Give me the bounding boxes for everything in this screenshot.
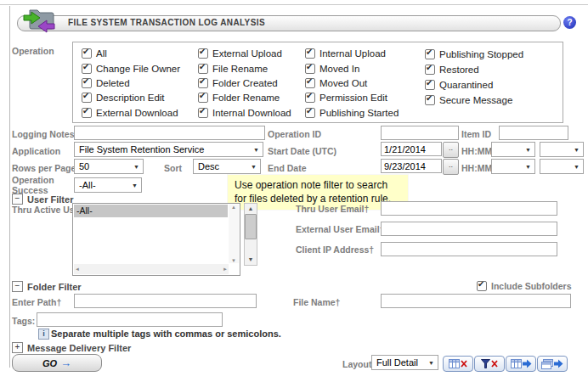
checkbox-quarantined[interactable]: Quarantined <box>425 79 552 90</box>
checkbox-folder-created[interactable]: Folder Created <box>198 78 305 88</box>
end-hour-select[interactable]: ▼ <box>491 159 535 174</box>
checkbox-file-rename[interactable]: File Rename <box>198 63 305 73</box>
checkbox-external-download[interactable]: External Download <box>82 108 198 118</box>
chevron-down-icon: ▼ <box>525 147 531 153</box>
top-divider <box>0 4 588 5</box>
listbox-item-all[interactable]: -All- <box>74 205 228 217</box>
checkbox-change-file-owner[interactable]: Change File Owner <box>82 63 198 73</box>
checkbox-publishing-started[interactable]: Publishing Started <box>305 108 425 118</box>
export-button[interactable] <box>506 356 536 372</box>
start-hhmm-label: HH:MM <box>461 146 492 156</box>
clear-filter-button[interactable] <box>474 356 505 372</box>
rows-per-page-select[interactable]: 50▼ <box>74 159 144 174</box>
checkbox-all[interactable]: All <box>82 48 198 59</box>
operation-column-3: Internal Upload Moved In Moved Out Permi… <box>305 48 425 122</box>
enter-path-input[interactable] <box>74 294 257 308</box>
checkbox-permission-edit[interactable]: Permission Edit <box>305 93 425 103</box>
collapse-icon[interactable]: − <box>12 281 23 292</box>
logging-notes-label: Logging Notes† <box>12 129 79 139</box>
thru-active-user-listbox-wrap: -All- ▲ ▼ ◄ ► ▲ ▼ <box>72 203 259 276</box>
sort-label: Sort <box>164 163 182 173</box>
checked-checkbox-icon <box>82 64 92 74</box>
left-divider <box>9 6 10 368</box>
start-date-label: Start Date (UTC) <box>268 146 336 156</box>
checkbox-deleted[interactable]: Deleted <box>82 78 198 88</box>
scroll-right-icon[interactable]: ► <box>223 267 228 272</box>
listbox-horizontal-scrollbar[interactable]: ◄ ► <box>74 264 229 274</box>
start-date-picker-button[interactable]: .. <box>443 142 459 158</box>
checkbox-description-edit[interactable]: Description Edit <box>82 93 198 103</box>
chevron-down-icon: ▼ <box>574 164 580 170</box>
folder-filter-section-header: − Folder Filter <box>12 281 82 292</box>
include-subfolders-checkbox[interactable]: Include Subfolders <box>477 280 572 291</box>
checkbox-moved-in[interactable]: Moved In <box>305 63 425 73</box>
external-user-email-input[interactable] <box>381 222 557 236</box>
checkbox-internal-upload[interactable]: Internal Upload <box>305 48 425 59</box>
start-date-input[interactable] <box>381 142 442 156</box>
checked-checkbox-icon <box>425 95 435 105</box>
filter-funnel-icon <box>481 359 490 368</box>
checkbox-publishing-stopped[interactable]: Publishing Stopped <box>425 48 552 59</box>
thru-user-email-input[interactable] <box>381 201 557 216</box>
end-date-input[interactable] <box>381 159 442 173</box>
application-label: Application <box>12 146 60 156</box>
clear-layout-button[interactable] <box>443 356 473 372</box>
application-select[interactable]: File System Retention Service▼ <box>74 142 263 157</box>
checkbox-folder-rename[interactable]: Folder Rename <box>198 93 305 103</box>
scroll-down-icon[interactable]: ▼ <box>248 255 254 265</box>
client-ip-address-input[interactable] <box>381 242 557 256</box>
listbox-vertical-scrollbar[interactable]: ▲ ▼ <box>229 205 239 263</box>
outer-vertical-scrollbar[interactable]: ▲ ▼ <box>244 203 257 266</box>
blue-arrow-icon <box>554 359 563 368</box>
file-name-input[interactable] <box>381 294 571 308</box>
sort-select[interactable]: Desc▼ <box>193 159 261 174</box>
end-date-label: End Date <box>268 163 307 173</box>
layout-label: Layout <box>342 359 371 369</box>
checkbox-secure-message[interactable]: Secure Message <box>425 94 552 105</box>
operation-column-1: All Change File Owner Deleted Descriptio… <box>82 48 198 122</box>
checked-checkbox-icon <box>82 48 92 59</box>
tags-input[interactable] <box>37 312 223 327</box>
end-minute-select[interactable]: ▼ <box>540 159 584 174</box>
checkbox-external-upload[interactable]: External Upload <box>198 48 305 59</box>
go-arrow-icon: → <box>60 357 71 368</box>
checkbox-internal-download[interactable]: Internal Download <box>198 108 305 118</box>
start-hour-select[interactable]: ▼ <box>491 142 535 157</box>
checkbox-restored[interactable]: Restored <box>425 64 552 75</box>
operation-success-label: Operation Success <box>12 175 56 195</box>
start-minute-select[interactable]: ▼ <box>540 142 584 157</box>
checked-checkbox-icon <box>198 93 208 103</box>
operation-column-2: External Upload File Rename Folder Creat… <box>198 48 305 122</box>
chevron-down-icon: ▼ <box>574 147 580 153</box>
end-date-picker-button[interactable]: .. <box>443 159 459 175</box>
scroll-up-icon[interactable]: ▲ <box>248 204 254 214</box>
operation-id-input[interactable] <box>381 126 459 140</box>
checked-checkbox-icon <box>198 78 208 88</box>
page-title: FILE SYSTEM TRANSACTION LOG ANALYSIS <box>68 18 265 27</box>
end-hhmm-label: HH:MM <box>461 163 492 173</box>
scroll-down-icon[interactable]: ▼ <box>231 258 236 263</box>
scroll-up-icon[interactable]: ▲ <box>231 205 236 210</box>
help-icon[interactable]: ? <box>563 16 576 29</box>
item-id-input[interactable] <box>499 126 568 140</box>
collapse-icon[interactable]: − <box>12 194 23 205</box>
operation-success-select[interactable]: -All-▼ <box>74 177 142 193</box>
operation-column-4: Publishing Stopped Restored Quarantined … <box>425 48 552 122</box>
message-delivery-filter-title: Message Delivery Filter <box>27 343 131 353</box>
checked-checkbox-icon <box>305 78 315 88</box>
scrollbar-thumb[interactable] <box>245 214 257 239</box>
scroll-left-icon[interactable]: ◄ <box>75 267 80 272</box>
user-filter-title: User Filter <box>27 194 73 205</box>
thru-active-user-listbox[interactable]: -All- ▲ ▼ ◄ ► <box>72 203 240 276</box>
logging-notes-input[interactable] <box>74 126 265 140</box>
checkbox-moved-out[interactable]: Moved Out <box>305 78 425 88</box>
layout-select[interactable]: Full Detail▼ <box>371 355 438 370</box>
checked-checkbox-icon <box>82 93 92 103</box>
operation-id-label: Operation ID <box>268 129 321 139</box>
checked-checkbox-icon <box>198 64 208 74</box>
export-all-button[interactable] <box>537 356 568 372</box>
expand-icon[interactable]: + <box>12 342 23 353</box>
chevron-down-icon: ▼ <box>525 164 531 170</box>
go-button[interactable]: GO → <box>12 354 102 372</box>
checked-checkbox-icon <box>477 281 487 291</box>
